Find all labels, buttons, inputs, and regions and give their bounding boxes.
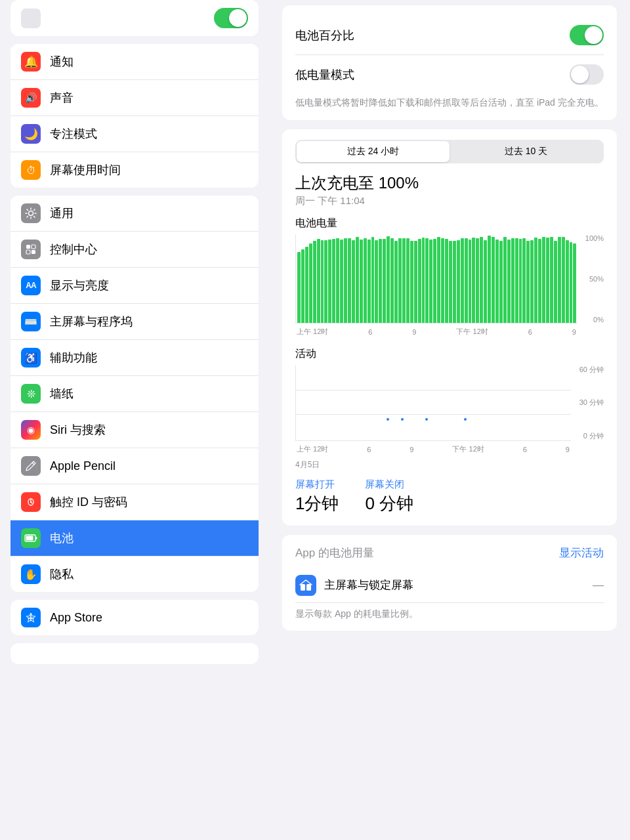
- battery-bar: [480, 237, 483, 322]
- battery-bar: [484, 240, 487, 323]
- sidebar-item-screen-time[interactable]: ⏱ 屏幕使用时间: [10, 152, 259, 188]
- battery-bar: [441, 238, 444, 323]
- sidebar: 🔔 通知 🔊 声音 🌙 专注模式 ⏱ 屏幕使用时间 通用 控制中心: [0, 0, 269, 840]
- battery-bar: [573, 243, 576, 322]
- low-power-label: 低电量模式: [295, 67, 354, 83]
- screen-on-label: 屏幕打开: [295, 478, 339, 491]
- sidebar-item-display[interactable]: AA 显示与亮度: [10, 268, 259, 304]
- battery-bar: [394, 241, 398, 322]
- battery-bar: [522, 238, 526, 323]
- battery-bar: [465, 238, 468, 323]
- control-center-label: 控制中心: [50, 242, 97, 257]
- battery-bar: [503, 237, 507, 323]
- battery-bar: [418, 239, 421, 323]
- accessibility-icon: ♿: [21, 348, 41, 368]
- chart-x-labels: 上午 12时 6 9 下午 12时 6 9: [295, 325, 578, 339]
- battery-bar: [297, 252, 301, 323]
- battery-bar: [422, 238, 425, 323]
- home-screen-label: 主屏幕与程序坞: [50, 314, 133, 329]
- screen-off-stat: 屏幕关闭 0 分钟: [365, 478, 413, 515]
- low-power-toggle[interactable]: [570, 64, 604, 85]
- sidebar-item-siri[interactable]: ◉ Siri 与搜索: [10, 412, 259, 448]
- apple-pencil-icon: [21, 456, 41, 476]
- sounds-label: 声音: [50, 90, 74, 106]
- battery-bar: [530, 240, 534, 323]
- battery-bar: [515, 238, 518, 322]
- battery-bar: [360, 240, 363, 322]
- sidebar-item-general[interactable]: 通用: [10, 196, 259, 232]
- battery-bar: [402, 238, 406, 323]
- battery-bar: [364, 238, 367, 322]
- battery-bar: [526, 241, 530, 323]
- battery-bar: [499, 241, 503, 323]
- touch-id-icon: [21, 492, 41, 512]
- battery-bar: [457, 240, 460, 322]
- partial-toggle-item[interactable]: [10, 0, 259, 36]
- y-label-0: 0%: [579, 316, 604, 324]
- last-charged-title: 上次充电至 100%: [295, 173, 604, 194]
- battery-bar: [390, 238, 394, 323]
- battery-bar: [398, 238, 402, 323]
- battery-bar: [313, 241, 316, 322]
- sidebar-item-apple-pencil[interactable]: Apple Pencil: [10, 448, 259, 484]
- battery-bar: [414, 241, 417, 323]
- control-center-icon: [21, 240, 41, 259]
- battery-bar: [554, 241, 557, 323]
- battery-bar: [449, 241, 452, 322]
- home-screen-app-name: 主屏幕与锁定屏幕: [324, 578, 593, 593]
- sidebar-item-control-center[interactable]: 控制中心: [10, 232, 259, 268]
- battery-bar: [321, 240, 324, 322]
- show-activity-button[interactable]: 显示活动: [559, 545, 604, 560]
- sidebar-group-3: App Store: [10, 600, 259, 635]
- tab-10d[interactable]: 过去 10 天: [450, 141, 602, 162]
- dot-3: [425, 418, 428, 421]
- activity-area: [295, 365, 571, 441]
- battery-bar: [519, 239, 522, 323]
- chart-area: [295, 234, 578, 324]
- sidebar-group-2: 通用 控制中心 AA 显示与亮度 ⌨️ 主屏幕与程序坞 ♿ 辅助功能 ❊ 墙纸 …: [10, 196, 259, 592]
- x-label-9p: 9: [572, 328, 576, 336]
- sidebar-item-notifications[interactable]: 🔔 通知: [10, 44, 259, 80]
- app-battery-title: App 的电池用量: [295, 545, 374, 560]
- tab-24h[interactable]: 过去 24 小时: [297, 141, 450, 162]
- sounds-icon: 🔊: [21, 88, 41, 108]
- y-label-50: 50%: [579, 275, 604, 283]
- battery-bar: [488, 236, 491, 322]
- date-label: 4月5日: [295, 459, 604, 471]
- svg-point-6: [30, 501, 32, 503]
- battery-label: 电池: [50, 530, 74, 546]
- battery-bar: [429, 240, 432, 323]
- sidebar-item-home-screen[interactable]: ⌨️ 主屏幕与程序坞: [10, 304, 259, 340]
- sidebar-item-app-store[interactable]: App Store: [10, 600, 259, 635]
- sidebar-item-battery[interactable]: 电池: [10, 520, 259, 556]
- battery-bar: [507, 240, 511, 323]
- general-label: 通用: [50, 205, 74, 221]
- screen-time-icon: ⏱: [21, 160, 41, 180]
- activity-dots: [296, 365, 538, 425]
- notifications-label: 通知: [50, 54, 74, 70]
- battery-bar: [562, 237, 565, 323]
- battery-bar: [317, 239, 320, 323]
- battery-bar: [425, 238, 429, 322]
- sidebar-item-accessibility[interactable]: ♿ 辅助功能: [10, 340, 259, 376]
- sidebar-item-privacy[interactable]: ✋ 隐私: [10, 556, 259, 592]
- sidebar-item-sounds[interactable]: 🔊 声音: [10, 80, 259, 116]
- app-store-label: App Store: [50, 611, 102, 625]
- sidebar-item-wallpaper[interactable]: ❊ 墙纸: [10, 376, 259, 412]
- privacy-label: 隐私: [50, 566, 74, 582]
- ax-6a: 6: [367, 446, 371, 453]
- app-battery-card: App 的电池用量 显示活动 主屏幕与锁定屏幕 — 显示每款 App 的耗电量比…: [282, 535, 617, 631]
- battery-percentage-toggle[interactable]: [570, 25, 604, 45]
- battery-bar: [558, 237, 561, 322]
- svg-rect-8: [35, 537, 37, 539]
- sidebar-item-touch-id[interactable]: 触控 ID 与密码: [10, 484, 259, 520]
- dot-4: [464, 418, 467, 421]
- home-screen-usage: —: [593, 579, 604, 592]
- battery-bar: [566, 240, 569, 323]
- screen-time-label: 屏幕使用时间: [50, 162, 121, 178]
- sidebar-item-focus[interactable]: 🌙 专注模式: [10, 116, 259, 152]
- battery-chart-card: 过去 24 小时 过去 10 天 上次充电至 100% 周一 下午 11:04 …: [282, 129, 617, 526]
- siri-icon: ◉: [21, 420, 41, 440]
- general-icon: [21, 203, 41, 223]
- accessibility-label: 辅助功能: [50, 350, 97, 366]
